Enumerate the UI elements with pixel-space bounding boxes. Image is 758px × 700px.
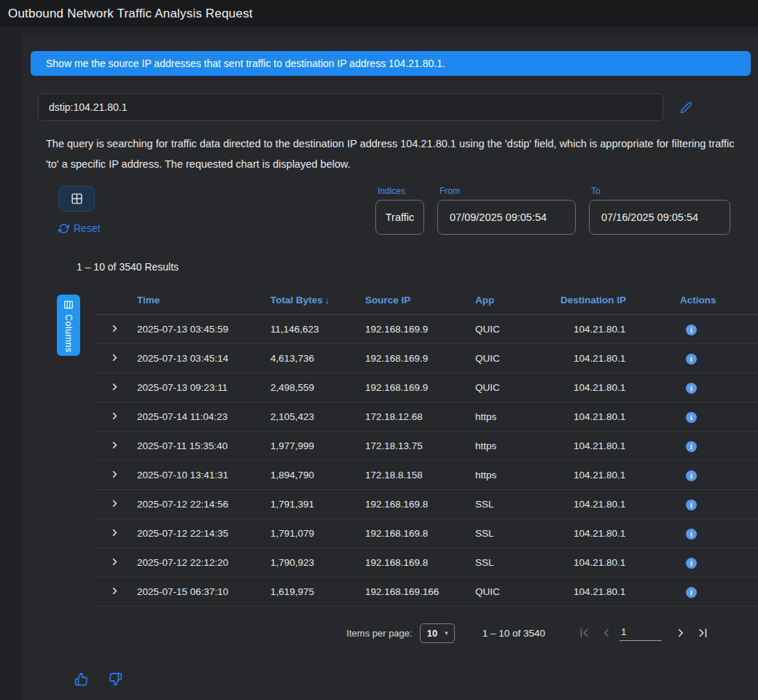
user-request-banner: Show me the source IP addresses that sen…: [31, 51, 751, 76]
next-page-button[interactable]: [671, 623, 691, 643]
items-per-page-select[interactable]: 10 ▾: [420, 623, 455, 643]
actions-cell: i: [680, 461, 758, 490]
thumbs-up-button[interactable]: [74, 672, 88, 686]
time-cell: 2025-07-12 22:14:35: [137, 519, 270, 548]
destination-ip-cell: 104.21.80.1: [560, 373, 680, 402]
indices-field: Indices Traffic: [375, 186, 424, 235]
expand-row-chevron[interactable]: [95, 527, 120, 538]
info-icon[interactable]: i: [686, 383, 697, 394]
expand-cell: [95, 548, 137, 578]
to-label: To: [591, 186, 730, 196]
thumbs-up-icon: [74, 672, 88, 686]
destination-ip-cell: 104.21.80.1: [560, 548, 680, 578]
expand-row-chevron[interactable]: [95, 411, 120, 421]
table-row: 2025-07-12 22:14:35 1,791,079 192.168.16…: [95, 519, 758, 548]
app-cell: SSL: [475, 490, 560, 519]
time-cell: 2025-07-12 22:12:20: [137, 548, 270, 578]
expand-cell: [95, 578, 137, 607]
columns-button-label: Columns: [63, 314, 74, 353]
from-label: From: [439, 186, 576, 196]
table-row: 2025-07-10 13:41:31 1,894,790 172.18.8.1…: [95, 461, 758, 490]
expand-row-chevron[interactable]: [95, 381, 120, 392]
expand-row-chevron[interactable]: [95, 498, 120, 509]
total-bytes-cell: 1,791,079: [270, 519, 365, 548]
expand-row-chevron[interactable]: [95, 469, 120, 480]
info-icon[interactable]: i: [686, 441, 697, 452]
info-icon[interactable]: i: [686, 499, 697, 510]
source-ip-cell: 172.18.8.158: [365, 461, 475, 490]
expand-column-header: [95, 295, 137, 315]
edit-query-button[interactable]: [680, 101, 692, 114]
info-icon[interactable]: i: [686, 587, 697, 598]
expand-row-chevron[interactable]: [95, 556, 120, 567]
feedback-bar: [74, 672, 751, 686]
items-per-page-value: 10: [427, 628, 437, 639]
time-cell: 2025-07-12 22:14:56: [137, 490, 270, 519]
app-cell: https: [475, 461, 560, 490]
reset-label: Reset: [74, 222, 101, 234]
to-field: To 07/16/2025 09:05:54: [589, 186, 730, 235]
chevron-down-icon: ▾: [445, 629, 448, 637]
refresh-icon: [58, 223, 69, 234]
info-icon[interactable]: i: [686, 558, 697, 569]
column-header-total-bytes[interactable]: Total Bytes↓: [270, 295, 365, 315]
destination-ip-cell: 104.21.80.1: [560, 344, 680, 373]
expand-row-chevron[interactable]: [95, 440, 120, 451]
first-page-button[interactable]: [574, 623, 595, 643]
column-header-source-ip[interactable]: Source IP: [365, 295, 475, 315]
controls-row: Reset Indices Traffic From 07/09/2025 09…: [31, 186, 751, 235]
app-cell: QUIC: [475, 315, 560, 344]
source-ip-cell: 192.168.169.166: [365, 578, 475, 607]
info-icon[interactable]: i: [686, 324, 697, 335]
info-icon[interactable]: i: [686, 354, 697, 365]
results-summary: 1 – 10 of 3540 Results: [77, 261, 751, 273]
expand-row-chevron[interactable]: [95, 352, 120, 363]
pagination-bar: Items per page: 10 ▾ 1 – 10 of 3540: [31, 623, 713, 643]
previous-page-button[interactable]: [596, 623, 617, 643]
destination-ip-cell: 104.21.80.1: [560, 490, 680, 519]
expand-cell: [95, 344, 137, 373]
expand-row-chevron[interactable]: [95, 323, 120, 334]
thumbs-down-icon: [109, 672, 122, 686]
page-number-input[interactable]: [620, 625, 662, 641]
indices-selector[interactable]: Traffic: [375, 200, 424, 235]
info-icon[interactable]: i: [686, 470, 697, 481]
column-header-time[interactable]: Time: [137, 295, 270, 315]
query-value: dstip:104.21.80.1: [49, 101, 127, 113]
source-ip-cell: 192.168.169.8: [365, 519, 475, 548]
total-bytes-cell: 1,790,923: [270, 548, 365, 578]
actions-cell: i: [680, 578, 758, 607]
last-page-button[interactable]: [692, 623, 713, 643]
table-row: 2025-07-12 22:14:56 1,791,391 192.168.16…: [95, 490, 758, 519]
time-cell: 2025-07-10 13:41:31: [137, 461, 270, 490]
expand-row-chevron[interactable]: [95, 586, 120, 596]
table-row: 2025-07-13 03:45:14 4,613,736 192.168.16…: [95, 344, 758, 373]
destination-ip-cell: 104.21.80.1: [560, 519, 680, 548]
time-cell: 2025-07-14 11:04:23: [137, 402, 270, 432]
table-view-toggle-button[interactable]: [58, 186, 95, 211]
indices-label: Indices: [378, 186, 424, 196]
from-datetime-input[interactable]: 07/09/2025 09:05:54: [437, 200, 576, 235]
columns-button[interactable]: Columns: [57, 295, 80, 356]
query-input[interactable]: dstip:104.21.80.1: [38, 93, 663, 121]
to-datetime-input[interactable]: 07/16/2025 09:05:54: [589, 200, 730, 235]
reset-button[interactable]: Reset: [58, 222, 101, 234]
table-row: 2025-07-15 06:37:10 1,619,975 192.168.16…: [95, 578, 758, 607]
info-icon[interactable]: i: [686, 412, 697, 423]
column-header-destination-ip[interactable]: Destination IP: [560, 295, 680, 315]
query-explanation: The query is searching for traffic data …: [46, 133, 738, 174]
time-cell: 2025-07-11 15:35:40: [137, 432, 270, 461]
column-header-app[interactable]: App: [475, 295, 560, 315]
total-bytes-cell: 2,105,423: [270, 402, 365, 432]
table-columns-icon: [63, 300, 74, 310]
page-title: Outbound Network Traffic Analysis Reques…: [8, 7, 253, 21]
source-ip-cell: 192.168.169.9: [365, 373, 475, 402]
items-per-page-label: Items per page:: [346, 628, 412, 639]
thumbs-down-button[interactable]: [109, 672, 122, 686]
expand-cell: [95, 432, 137, 461]
from-value: 07/09/2025 09:05:54: [450, 211, 547, 223]
actions-cell: i: [680, 519, 758, 548]
info-icon[interactable]: i: [686, 529, 697, 540]
source-ip-cell: 172.18.12.68: [365, 402, 475, 432]
from-field: From 07/09/2025 09:05:54: [437, 186, 576, 235]
